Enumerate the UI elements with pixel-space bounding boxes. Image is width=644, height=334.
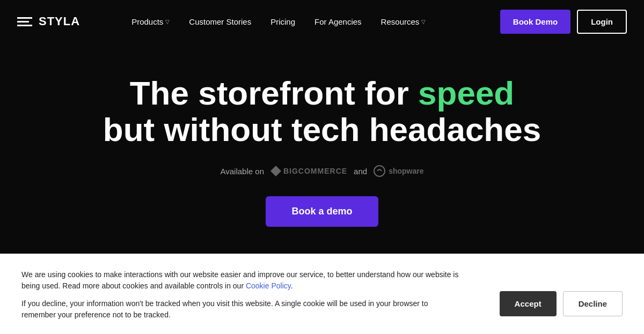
navbar: STYLA Products ▽ Customer Stories Pricin… <box>0 0 644 43</box>
nav-products[interactable]: Products ▽ <box>123 13 178 31</box>
available-on: Available on BIGCOMMERCE and shopware <box>221 165 424 177</box>
svg-marker-0 <box>270 166 281 176</box>
login-button[interactable]: Login <box>577 10 627 34</box>
logo-icon <box>17 17 32 26</box>
cookie-text-2: If you decline, your information won't b… <box>21 298 462 321</box>
chevron-down-icon: ▽ <box>165 19 170 25</box>
chevron-down-icon: ▽ <box>421 19 426 25</box>
shopware-icon <box>374 165 385 177</box>
svg-point-1 <box>374 166 385 176</box>
book-demo-hero-button[interactable]: Book a demo <box>266 196 378 227</box>
brand-name: STYLA <box>39 14 80 28</box>
book-demo-button[interactable]: Book Demo <box>500 10 570 34</box>
cookie-actions: Accept Decline <box>500 291 623 316</box>
hero-highlight: speed <box>418 75 514 112</box>
cookie-banner: We are using cookies to make interaction… <box>0 254 644 334</box>
hero-title: The storefront for speed but without tec… <box>103 75 541 148</box>
nav-pricing[interactable]: Pricing <box>262 13 304 31</box>
nav-actions: Book Demo Login <box>500 10 627 34</box>
cookie-text-1: We are using cookies to make interaction… <box>21 269 462 292</box>
hero-section: The storefront for speed but without tec… <box>0 43 644 254</box>
nav-links: Products ▽ Customer Stories Pricing For … <box>123 13 500 31</box>
nav-for-agencies[interactable]: For Agencies <box>306 13 370 31</box>
logo[interactable]: STYLA <box>17 14 80 28</box>
nav-customer-stories[interactable]: Customer Stories <box>180 13 260 31</box>
nav-resources[interactable]: Resources ▽ <box>372 13 435 31</box>
decline-button[interactable]: Decline <box>563 291 623 316</box>
bigcommerce-logo: BIGCOMMERCE <box>270 166 347 176</box>
bigcommerce-icon <box>270 166 281 176</box>
accept-button[interactable]: Accept <box>500 291 557 316</box>
shopware-logo: shopware <box>374 165 423 177</box>
cookie-policy-link[interactable]: Cookie Policy <box>246 281 291 290</box>
